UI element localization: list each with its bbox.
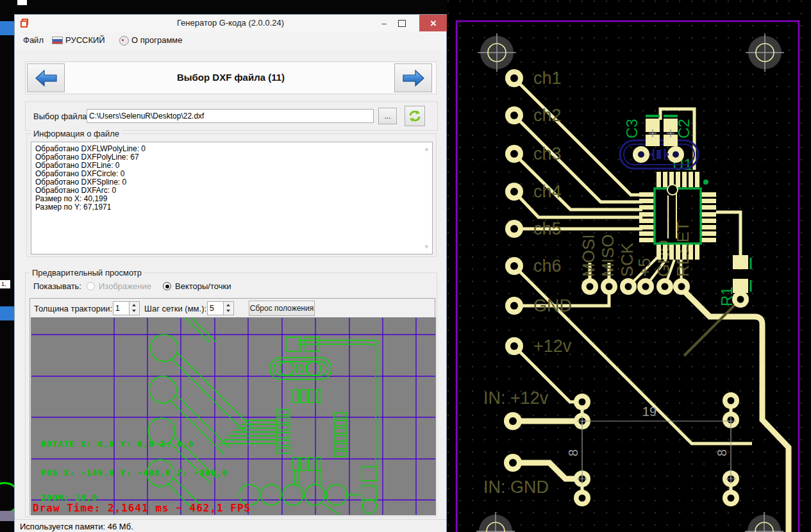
ref-c2: C2 (675, 119, 692, 138)
thickness-label: Толщина трактории: (34, 304, 112, 313)
about-icon (119, 36, 129, 46)
reload-file-button[interactable] (405, 106, 425, 126)
net-label-in-gnd: IN: GND (483, 478, 549, 497)
net-label-ch5: ch5 (533, 219, 562, 238)
russian-flag-icon (52, 37, 63, 44)
maximize-icon (398, 20, 406, 27)
refresh-icon (408, 110, 421, 122)
hud-zoom: ZOOM: 18,0 (41, 493, 97, 503)
desktop-left-strip (0, 14, 14, 532)
stepper-arrows[interactable] (129, 302, 139, 315)
stepper-arrows[interactable] (223, 302, 233, 315)
file-label: Выбор файла: (33, 112, 89, 121)
desktop-fragment (0, 511, 14, 521)
file-info-group: Информация о файле Обработано DXFLWPolyL… (26, 133, 437, 257)
gcode-generator-window: Генератор G-кода (2.0.0.24) – ✕ Файл РУС… (14, 14, 447, 532)
desktop-fragment: 1, (0, 280, 10, 288)
grid-step-value: 5 (210, 304, 214, 313)
file-info-text[interactable]: Обработано DXFLWPolyLine: 0 Обработано D… (31, 142, 433, 254)
dim-right-height: 8 (715, 449, 729, 456)
dim-left-height: 8 (566, 449, 580, 456)
scroll-up-icon[interactable]: ▲ (424, 145, 430, 153)
show-label: Показывать: (33, 281, 81, 291)
nav-panel: Выбор DXF файла (11) (25, 62, 437, 94)
close-button[interactable]: ✕ (419, 15, 447, 31)
page-title: Выбор DXF файла (11) (26, 72, 436, 83)
reset-position-button[interactable]: Сброс положения (249, 301, 315, 316)
pcb-view[interactable]: ch1 ch2 ch3 ch4 ch5 ch6 GND +12v IN: +12… (447, 0, 811, 532)
grid-step-label: Шаг сетки (мм.): (144, 304, 206, 313)
pin1-dot (703, 179, 708, 185)
preview-canvas-drawing: ROTATE X: 0,0 Y: 0,0 Z: 0,0 POS X: -149,… (31, 318, 435, 515)
pin-label-sck: SCK (617, 242, 637, 277)
radio-image[interactable] (87, 282, 95, 290)
file-path-input[interactable] (87, 109, 374, 123)
grid-step-stepper[interactable]: 5 (207, 301, 234, 315)
radio-image-label: Изображение (99, 281, 151, 291)
menubar: Файл РУССКИЙ О программе (15, 31, 446, 49)
ref-c3: C3 (623, 119, 640, 138)
ref-r1: R1 (718, 287, 735, 306)
desktop-fragment (0, 21, 14, 35)
net-label-ch2: ch2 (533, 106, 562, 125)
net-label-in-12v: IN: +12v (483, 388, 549, 408)
thickness-stepper[interactable]: 1 (113, 301, 140, 315)
net-label-12v: +12v (533, 337, 572, 356)
titlebar[interactable]: Генератор G-кода (2.0.0.24) – ✕ (15, 15, 446, 31)
browse-button[interactable]: ... (378, 108, 397, 124)
thickness-value: 1 (115, 304, 120, 313)
net-label-gnd: GND (533, 296, 572, 315)
desktop-fragment (0, 306, 14, 320)
memory-status: Используется памяти: 46 Мб. (20, 522, 133, 531)
status-bar: Используется памяти: 46 Мб. (15, 519, 446, 532)
pin-label-mosi: MOSI (579, 235, 598, 277)
forward-button[interactable] (394, 63, 432, 92)
minimize-button[interactable]: – (376, 15, 392, 31)
desktop-top-strip (0, 0, 447, 14)
file-group: Выбор файла: ... (25, 101, 438, 131)
radio-vectors-label: Векторы/точки (175, 281, 231, 291)
scroll-down-icon[interactable]: ▼ (424, 243, 430, 251)
preview-group: Предварительный просмотр Показывать: Изо… (25, 272, 437, 517)
menu-file[interactable]: Файл (23, 35, 44, 45)
pin-label-miso: MISO (598, 235, 617, 277)
preview-canvas[interactable]: ROTATE X: 0,0 Y: 0,0 Z: 0,0 POS X: -149,… (31, 317, 436, 515)
net-label-ch1: ch1 (533, 69, 562, 88)
net-label-ch6: ch6 (533, 256, 562, 276)
net-label-ch4: ch4 (533, 182, 562, 201)
hud-pos: POS X: -149,0 Y: -408,0 Z: -300,0 (41, 468, 228, 478)
radio-vectors[interactable] (163, 282, 171, 290)
hud-rotate: ROTATE X: 0,0 Y: 0,0 Z: 0,0 (41, 439, 194, 449)
hud-draw-time: Draw Time: 2,1641 ms ~ 462,1 FPS (33, 502, 251, 514)
net-label-ch3: ch3 (533, 144, 562, 163)
preview-title: Предварительный просмотр (29, 268, 144, 278)
desktop-fragment (17, 0, 27, 5)
maximize-button[interactable] (394, 15, 410, 31)
pin-label-plus5: +5 (635, 258, 654, 277)
menu-about[interactable]: О программе (131, 35, 183, 45)
forward-arrow-icon (401, 69, 426, 88)
dim-width: 19 (642, 404, 656, 419)
info-line: Размер по Y: 67,1971 (35, 203, 428, 212)
preview-inner-panel: Толщина трактории: 1 Шаг сетки (мм.): 5 … (29, 298, 435, 515)
file-info-title: Информация о файле (31, 129, 122, 138)
menu-language[interactable]: РУССКИЙ (65, 35, 105, 45)
